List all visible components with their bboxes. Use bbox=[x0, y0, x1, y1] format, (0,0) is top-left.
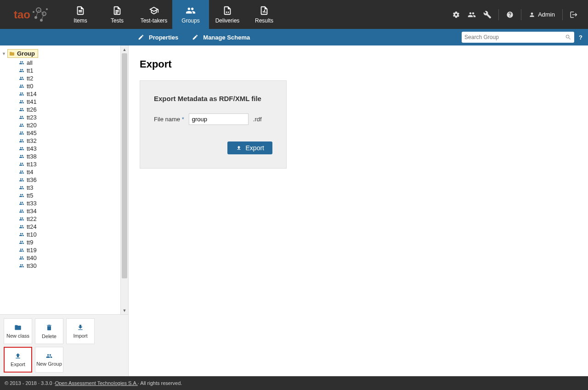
tree-item[interactable]: tt9 bbox=[2, 238, 119, 246]
new-group-button[interactable]: New Group bbox=[35, 347, 63, 373]
caret-down-icon[interactable]: ▼ bbox=[2, 51, 6, 56]
new-class-button[interactable]: New class bbox=[4, 318, 32, 344]
nav-tab-icon bbox=[75, 6, 85, 16]
group-icon bbox=[18, 123, 25, 128]
nav-tab-test-takers[interactable]: Test-takers bbox=[136, 0, 172, 29]
tree-item[interactable]: tt40 bbox=[2, 254, 119, 262]
group-icon bbox=[18, 177, 25, 182]
logout-icon[interactable] bbox=[566, 6, 581, 23]
group-icon bbox=[18, 255, 25, 260]
group-icon bbox=[18, 91, 25, 96]
settings-icon[interactable] bbox=[449, 6, 464, 23]
properties-action[interactable]: Properties bbox=[138, 34, 178, 41]
group-icon bbox=[18, 185, 25, 190]
nav-tab-groups[interactable]: Groups bbox=[172, 0, 209, 29]
import-button[interactable]: Import bbox=[66, 318, 95, 344]
top-nav: tao ItemsTestsTest-takersGroupsDeliverie… bbox=[0, 0, 588, 29]
folder-icon bbox=[14, 324, 22, 331]
group-icon bbox=[18, 263, 25, 268]
tree-item[interactable]: tt34 bbox=[2, 207, 119, 215]
tree-item[interactable]: all bbox=[2, 59, 119, 67]
file-name-input[interactable] bbox=[189, 113, 249, 125]
sidebar: ▼ Group alltt1tt2tt0tt14tt41tt26tt23tt20… bbox=[0, 45, 129, 376]
tree-item[interactable]: tt33 bbox=[2, 199, 119, 207]
tree-item[interactable]: tt3 bbox=[2, 184, 119, 192]
nav-tab-icon bbox=[112, 6, 122, 16]
nav-tab-icon bbox=[149, 6, 159, 16]
nav-right: Admin bbox=[449, 0, 588, 29]
group-icon bbox=[18, 193, 25, 198]
file-ext: .rdf bbox=[253, 116, 262, 123]
scroll-up-icon[interactable]: ▲ bbox=[121, 45, 128, 53]
tree-item[interactable]: tt43 bbox=[2, 145, 119, 153]
delete-button[interactable]: Delete bbox=[35, 318, 63, 344]
tree-item[interactable]: tt0 bbox=[2, 82, 119, 90]
users-icon[interactable] bbox=[464, 6, 479, 23]
help-icon[interactable] bbox=[503, 6, 517, 23]
tree-item[interactable]: tt36 bbox=[2, 176, 119, 184]
group-icon bbox=[18, 162, 25, 167]
user-menu[interactable]: Admin bbox=[525, 11, 559, 18]
group-icon bbox=[18, 232, 25, 237]
manage-schema-action[interactable]: Manage Schema bbox=[192, 34, 250, 41]
group-icon bbox=[18, 107, 25, 112]
tree-item[interactable]: tt41 bbox=[2, 98, 119, 106]
nav-tab-icon bbox=[186, 6, 196, 16]
tree-item[interactable]: tt23 bbox=[2, 113, 119, 121]
group-icon bbox=[18, 248, 25, 253]
nav-tab-icon bbox=[259, 6, 269, 16]
group-icon bbox=[18, 209, 25, 214]
user-name: Admin bbox=[538, 11, 555, 18]
export-icon bbox=[14, 352, 22, 360]
tree-scrollbar[interactable]: ▲ ▼ bbox=[120, 45, 128, 314]
scroll-down-icon[interactable]: ▼ bbox=[121, 306, 128, 314]
file-name-label: File name * bbox=[154, 116, 184, 123]
export-button[interactable]: Export bbox=[4, 347, 32, 373]
tree-item[interactable]: tt24 bbox=[2, 223, 119, 231]
group-icon bbox=[18, 201, 25, 206]
search-icon[interactable] bbox=[565, 34, 571, 40]
tree-item[interactable]: tt19 bbox=[2, 246, 119, 254]
panel-title: Export Metadata as RDF/XML file bbox=[154, 95, 272, 102]
footer-link[interactable]: Open Assessment Technologies S.A. bbox=[55, 380, 138, 386]
scroll-thumb[interactable] bbox=[122, 53, 127, 278]
group-icon bbox=[18, 68, 25, 73]
tree-item[interactable]: tt13 bbox=[2, 160, 119, 168]
nav-tab-icon bbox=[222, 6, 232, 16]
tree-item[interactable]: tt32 bbox=[2, 137, 119, 145]
tree-item[interactable]: tt10 bbox=[2, 231, 119, 238]
nav-tab-results[interactable]: Results bbox=[246, 0, 283, 29]
tree-item[interactable]: tt1 bbox=[2, 67, 119, 74]
import-icon bbox=[76, 324, 85, 331]
tree-item[interactable]: tt26 bbox=[2, 106, 119, 113]
tree-item[interactable]: tt2 bbox=[2, 74, 119, 82]
search-help-icon[interactable]: ? bbox=[579, 34, 582, 41]
tree-item[interactable]: tt22 bbox=[2, 215, 119, 223]
tree-item[interactable]: tt14 bbox=[2, 90, 119, 98]
tree-item[interactable]: tt4 bbox=[2, 168, 119, 176]
footer: © 2013 - 2018 · 3.3.0 · Open Assessment … bbox=[0, 376, 588, 390]
search-box[interactable] bbox=[462, 32, 574, 43]
search-input[interactable] bbox=[464, 34, 565, 40]
group-icon bbox=[18, 146, 25, 151]
tools-icon[interactable] bbox=[480, 6, 495, 23]
sub-bar: Properties Manage Schema ? bbox=[0, 29, 588, 45]
tree-item[interactable]: tt45 bbox=[2, 129, 119, 137]
group-icon bbox=[18, 240, 25, 245]
main-content: Export Export Metadata as RDF/XML file F… bbox=[129, 45, 588, 376]
nav-tab-tests[interactable]: Tests bbox=[99, 0, 136, 29]
tree-item[interactable]: tt20 bbox=[2, 121, 119, 129]
tree-item[interactable]: tt38 bbox=[2, 153, 119, 160]
tree-root[interactable]: ▼ Group bbox=[2, 48, 119, 59]
group-icon bbox=[18, 115, 25, 120]
tree-item[interactable]: tt5 bbox=[2, 192, 119, 199]
nav-tab-items[interactable]: Items bbox=[62, 0, 99, 29]
logo[interactable]: tao bbox=[0, 0, 62, 29]
group-icon bbox=[18, 60, 25, 65]
group-icon bbox=[18, 154, 25, 159]
tree-item[interactable]: tt30 bbox=[2, 262, 119, 270]
export-submit-button[interactable]: Export bbox=[227, 141, 272, 154]
group-icon bbox=[18, 224, 25, 229]
group-icon bbox=[18, 99, 25, 104]
nav-tab-deliveries[interactable]: Deliveries bbox=[209, 0, 246, 29]
